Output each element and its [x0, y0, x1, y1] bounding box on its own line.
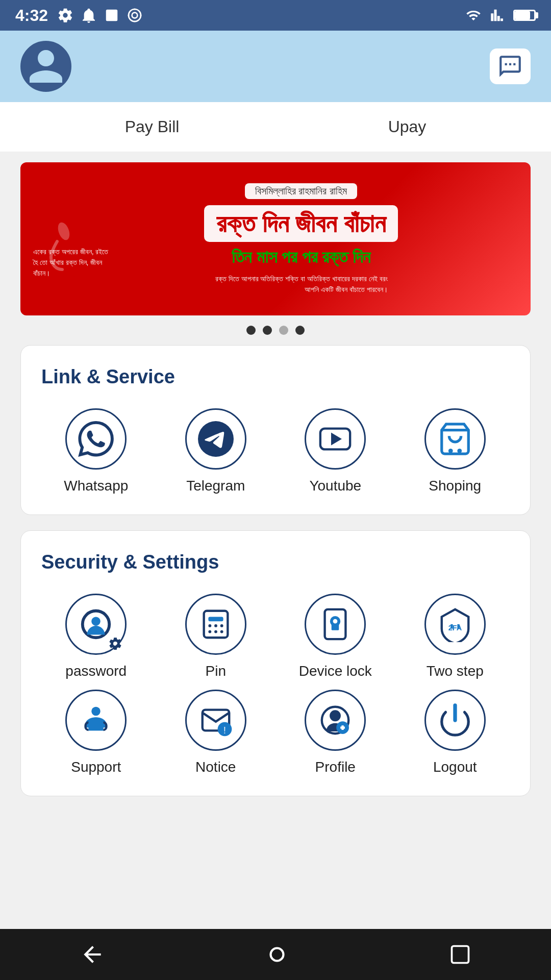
security-settings-section: Security & Settings password — [20, 530, 531, 796]
banner-quote2: রক্ত দিতে আপনার অতিরিক্ত শক্তি বা অতিরিক… — [215, 275, 388, 293]
shopping-label: Shoping — [429, 478, 481, 494]
quick-links-bar: Pay Bill Upay — [0, 102, 551, 152]
upay-link[interactable]: Upay — [388, 117, 427, 136]
pay-bill-link[interactable]: Pay Bill — [125, 117, 180, 136]
home-button[interactable] — [264, 942, 290, 967]
telegram-icon-circle — [185, 408, 246, 470]
support-icon-circle — [65, 690, 127, 751]
svg-point-20 — [208, 630, 211, 633]
youtube-item[interactable]: Youtube — [281, 408, 390, 494]
svg-point-17 — [208, 624, 211, 627]
whatsapp-icon — [78, 421, 114, 457]
profile-item[interactable]: Profile — [281, 690, 390, 775]
device-lock-item[interactable]: Device lock — [281, 594, 390, 679]
battery-icon — [513, 10, 536, 21]
svg-point-24 — [332, 618, 339, 625]
promotional-banner: একের রক্ত অপরের জীবন, রইতে হৈ তো আঁখার র… — [20, 162, 531, 315]
carousel-dot-4[interactable] — [295, 326, 305, 335]
time-display: 4:32 — [15, 6, 48, 25]
banner-title: রক্ত দিন জীবন বাঁচান — [216, 209, 386, 238]
logout-item[interactable]: Logout — [400, 690, 510, 775]
profile-icon-circle — [305, 690, 366, 751]
password-label: password — [65, 663, 127, 679]
svg-text:2FA: 2FA — [448, 624, 462, 632]
notice-icon-circle: ! — [185, 690, 246, 751]
logout-label: Logout — [433, 759, 477, 775]
whatsapp-item[interactable]: Whatsapp — [41, 408, 151, 494]
banner-quote1: একের রক্ত অপরের জীবন, রইতে হৈ তো আঁখার র… — [33, 248, 108, 277]
app-header — [0, 31, 551, 102]
back-button[interactable] — [80, 942, 105, 967]
telegram-label: Telegram — [186, 478, 245, 494]
svg-point-21 — [214, 630, 217, 633]
support-icon — [78, 702, 114, 738]
link-service-section: Link & Service Whatsapp Telegram — [20, 345, 531, 515]
gear-overlay-icon — [108, 636, 122, 651]
chat-button[interactable] — [490, 48, 531, 84]
svg-point-1 — [129, 9, 141, 21]
whatsapp-icon-circle — [65, 408, 127, 470]
recent-apps-button[interactable] — [449, 943, 471, 966]
status-right-icons — [464, 8, 536, 23]
carousel-dot-2[interactable] — [263, 326, 272, 335]
device-lock-icon — [317, 606, 353, 642]
notification-icon — [81, 7, 97, 23]
support-item[interactable]: Support — [41, 690, 151, 775]
telegram-icon — [198, 421, 234, 457]
svg-point-18 — [214, 624, 217, 627]
pin-item[interactable]: Pin — [161, 594, 271, 679]
svg-rect-0 — [106, 10, 118, 21]
settings-icon — [57, 7, 73, 23]
link-service-grid: Whatsapp Telegram You — [41, 408, 510, 494]
svg-point-11 — [448, 449, 453, 453]
support-label: Support — [71, 759, 121, 775]
two-step-icon: 2FA — [437, 606, 473, 642]
logout-icon — [437, 702, 473, 738]
shopping-item[interactable]: Shoping — [400, 408, 510, 494]
youtube-label: Youtube — [309, 478, 361, 494]
password-icon-circle — [65, 594, 127, 655]
svg-point-35 — [271, 948, 284, 961]
device-lock-icon-circle — [305, 594, 366, 655]
notice-item[interactable]: ! Notice — [161, 690, 271, 775]
svg-point-12 — [457, 449, 462, 453]
signal-icon — [490, 8, 506, 23]
avatar[interactable] — [20, 41, 71, 92]
svg-marker-9 — [332, 434, 340, 444]
svg-point-14 — [92, 617, 101, 626]
two-step-label: Two step — [427, 663, 484, 679]
pin-label: Pin — [206, 663, 226, 679]
svg-point-32 — [331, 712, 340, 721]
whatsapp-label: Whatsapp — [64, 478, 128, 494]
profile-icon — [317, 702, 353, 738]
svg-text:!: ! — [223, 725, 226, 736]
svg-rect-16 — [208, 617, 223, 621]
svg-rect-36 — [452, 946, 469, 963]
youtube-icon-circle — [305, 408, 366, 470]
link-service-title: Link & Service — [41, 366, 510, 388]
password-item[interactable]: password — [41, 594, 151, 679]
status-bar: 4:32 — [0, 0, 551, 31]
banner-bismillah: বিসমিল্লাহির রাহমানির রাহিম — [255, 185, 347, 197]
pin-icon — [198, 606, 234, 642]
two-step-item[interactable]: 2FA Two step — [400, 594, 510, 679]
logout-icon-circle — [424, 690, 486, 751]
youtube-icon — [317, 421, 353, 457]
security-grid: password Pin — [41, 594, 510, 775]
profile-label: Profile — [315, 759, 356, 775]
carousel-dot-3[interactable] — [279, 326, 288, 335]
stop-icon — [104, 8, 119, 23]
device-lock-label: Device lock — [299, 663, 372, 679]
bottom-navigation — [0, 929, 551, 980]
telegram-item[interactable]: Telegram — [161, 408, 271, 494]
svg-point-2 — [132, 13, 138, 18]
carousel-dot-1[interactable] — [246, 326, 256, 335]
notice-label: Notice — [195, 759, 236, 775]
shopping-icon — [437, 421, 473, 457]
wifi-icon — [464, 8, 483, 23]
two-step-icon-circle: 2FA — [424, 594, 486, 655]
banner-subtitle: তিন মাস পর পর রক্ত দিন — [232, 247, 370, 266]
carousel-indicators — [0, 326, 551, 335]
shopping-icon-circle — [424, 408, 486, 470]
svg-point-27 — [92, 707, 101, 716]
